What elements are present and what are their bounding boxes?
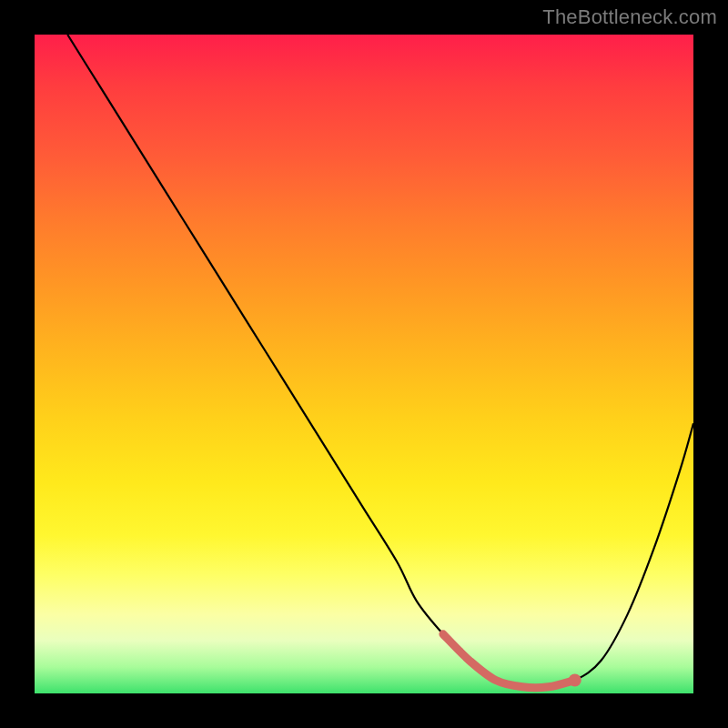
watermark-text: TheBottleneck.com: [542, 5, 717, 29]
chart-frame: TheBottleneck.com: [0, 0, 728, 728]
curve-path: [67, 35, 693, 688]
highlight-dot-icon: [569, 674, 581, 687]
plot-area: [35, 35, 693, 693]
bottleneck-curve: [35, 35, 693, 693]
highlight-path: [443, 634, 575, 688]
